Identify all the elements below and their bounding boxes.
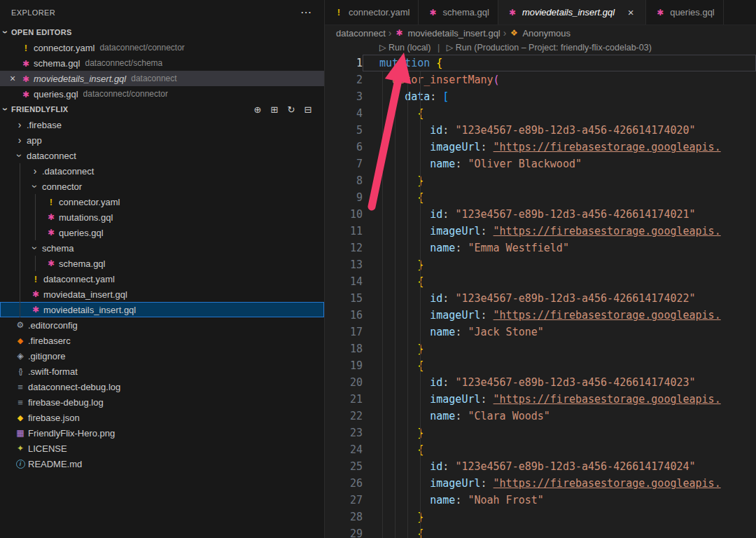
code-line[interactable]: 18 } <box>325 340 756 357</box>
file-label: README.md <box>28 459 82 469</box>
close-icon[interactable]: × <box>624 6 637 19</box>
code-line[interactable]: 19 { <box>325 357 756 374</box>
code-line[interactable]: 26 imageUrl: "https://firebasestorage.go… <box>325 475 756 492</box>
tree-item-.gitignore[interactable]: .gitignore <box>0 348 324 364</box>
tree-item-.swift-format[interactable]: .swift-format <box>0 364 324 379</box>
warning-icon <box>45 197 57 207</box>
code-line[interactable]: 29 { <box>325 525 756 538</box>
line-number: 8 <box>325 172 363 189</box>
indent-guide <box>395 71 396 538</box>
tree-item-moviedetails_insert.gql[interactable]: moviedetails_insert.gql <box>0 302 324 317</box>
code-line[interactable]: 1mutation { <box>325 55 756 71</box>
tree-item-connector[interactable]: connector <box>0 179 324 194</box>
code-line[interactable]: 7 name: "Oliver Blackwood" <box>325 156 756 172</box>
tree-item-.firebase[interactable]: .firebase <box>0 117 324 132</box>
line-number: 2 <box>325 71 363 88</box>
tree-item-dataconnect.yaml[interactable]: dataconnect.yaml <box>0 271 324 287</box>
tree-item-moviedata_insert.gql[interactable]: moviedata_insert.gql <box>0 287 324 302</box>
breadcrumb-item[interactable]: dataconnect <box>336 28 386 39</box>
code-line[interactable]: 27 name: "Noah Frost" <box>325 492 756 509</box>
tree-item-connector.yaml[interactable]: connector.yaml <box>0 194 324 209</box>
line-number: 13 <box>325 256 363 273</box>
tree-item-.firebaserc[interactable]: .firebaserc <box>0 333 324 348</box>
project-section-header[interactable]: FRIENDLYFLIX ⊕⊞↻⊟ <box>0 102 324 117</box>
file-label: .firebase <box>27 120 62 130</box>
code-line[interactable]: 21 imageUrl: "https://firebasestorage.go… <box>325 391 756 408</box>
tab-queries.gql[interactable]: queries.gql <box>646 0 724 25</box>
tree-item-firebase-debug.log[interactable]: firebase-debug.log <box>0 394 324 410</box>
tree-item-firebase.json[interactable]: firebase.json <box>0 410 324 425</box>
code-line[interactable]: 5 id: "123e4567-e89b-12d3-a456-426614174… <box>325 122 756 139</box>
tree-item-queries.gql[interactable]: queries.gql <box>0 225 324 240</box>
tree-item-.dataconnect[interactable]: .dataconnect <box>0 163 324 179</box>
code-line[interactable]: 4 { <box>325 105 756 122</box>
code-line[interactable]: 9 { <box>325 189 756 206</box>
line-number: 26 <box>325 475 363 492</box>
open-editor-item[interactable]: connector.yamldataconnect/connector <box>0 40 324 55</box>
tree-item-app[interactable]: app <box>0 132 324 148</box>
code-line[interactable]: 14 { <box>325 273 756 290</box>
breadcrumb-item[interactable]: Anonymous <box>509 28 570 39</box>
code-line[interactable]: 10 id: "123e4567-e89b-12d3-a456-42661417… <box>325 206 756 223</box>
tab-connector.yaml[interactable]: connector.yaml <box>325 0 419 25</box>
open-editor-item[interactable]: ×moviedetails_insert.gqldataconnect <box>0 71 324 86</box>
tree-item-LICENSE[interactable]: LICENSE <box>0 441 324 456</box>
code-line[interactable]: 28 } <box>325 509 756 525</box>
breadcrumb-item[interactable]: moviedetails_insert.gql <box>395 28 500 39</box>
line-number: 9 <box>325 189 363 206</box>
file-name: queries.gql <box>34 89 78 99</box>
code-text: { <box>363 357 756 374</box>
tree-item-dataconnect[interactable]: dataconnect <box>0 148 324 163</box>
tree-item-schema.gql[interactable]: schema.gql <box>0 256 324 271</box>
code-line[interactable]: 3 data: [ <box>325 88 756 105</box>
code-line[interactable]: 11 imageUrl: "https://firebasestorage.go… <box>325 223 756 240</box>
tab-schema.gql[interactable]: schema.gql <box>419 0 498 25</box>
gear-icon <box>14 320 27 330</box>
tree-item-dataconnect-debug.log[interactable]: dataconnect-debug.log <box>0 379 324 394</box>
code-line[interactable]: 15 id: "123e4567-e89b-12d3-a456-42661417… <box>325 290 756 307</box>
code-line[interactable]: 16 imageUrl: "https://firebasestorage.go… <box>325 307 756 324</box>
new-file-icon[interactable]: ⊕ <box>251 103 264 116</box>
line-number: 20 <box>325 374 363 391</box>
open-editor-item[interactable]: queries.gqldataconnect/connector <box>0 86 324 102</box>
tree-item-README.md[interactable]: README.md <box>0 456 324 471</box>
code-text: imageUrl: "https://firebasestorage.googl… <box>363 139 756 156</box>
refresh-icon[interactable]: ↻ <box>285 103 298 116</box>
open-editors-header[interactable]: OPEN EDITORS <box>0 25 324 40</box>
gql-icon <box>20 58 32 69</box>
code-line[interactable]: 17 name: "Jack Stone" <box>325 324 756 340</box>
open-editor-item[interactable]: schema.gqldataconnect/schema <box>0 55 324 71</box>
code-line[interactable]: 23 } <box>325 425 756 441</box>
more-actions-icon[interactable]: ⋯ <box>300 7 312 18</box>
code-line[interactable]: 20 id: "123e4567-e89b-12d3-a456-42661417… <box>325 374 756 391</box>
line-number: 12 <box>325 240 363 256</box>
tab-label: moviedetails_insert.gql <box>522 7 615 18</box>
code-line[interactable]: 12 name: "Emma Westfield" <box>325 240 756 256</box>
line-number: 15 <box>325 290 363 307</box>
code-line[interactable]: 2 actor_insertMany( <box>325 71 756 88</box>
run-production-link[interactable]: ▷ Run (Production – Project: friendly-fl… <box>447 43 652 53</box>
code-line[interactable]: 8 } <box>325 172 756 189</box>
tab-label: connector.yaml <box>349 7 410 18</box>
code-text: } <box>363 340 756 357</box>
code-line[interactable]: 13 } <box>325 256 756 273</box>
code-line[interactable]: 25 id: "123e4567-e89b-12d3-a456-42661417… <box>325 458 756 475</box>
tree-item-schema[interactable]: schema <box>0 240 324 256</box>
close-icon[interactable]: × <box>6 73 20 84</box>
line-number: 25 <box>325 458 363 475</box>
collapse-all-icon[interactable]: ⊟ <box>302 103 314 116</box>
code-line[interactable]: 24 { <box>325 441 756 458</box>
tree-item-mutations.gql[interactable]: mutations.gql <box>0 209 324 225</box>
flame-icon <box>14 336 27 345</box>
file-label: .firebaserc <box>28 336 71 346</box>
tree-item-FriendlyFlix-Hero.png[interactable]: FriendlyFlix-Hero.png <box>0 425 324 441</box>
code-text: name: "Oliver Blackwood" <box>363 156 756 172</box>
breadcrumb-label: moviedetails_insert.gql <box>408 28 500 39</box>
codelens: ▷ Run (local) | ▷ Run (Production – Proj… <box>325 41 756 55</box>
code-line[interactable]: 6 imageUrl: "https://firebasestorage.goo… <box>325 139 756 156</box>
new-folder-icon[interactable]: ⊞ <box>268 103 281 116</box>
tab-moviedetails_insert.gql[interactable]: moviedetails_insert.gql× <box>498 0 646 25</box>
code-line[interactable]: 22 name: "Clara Woods" <box>325 408 756 425</box>
run-local-link[interactable]: ▷ Run (local) <box>379 43 431 53</box>
tree-item-.editorconfig[interactable]: .editorconfig <box>0 317 324 333</box>
